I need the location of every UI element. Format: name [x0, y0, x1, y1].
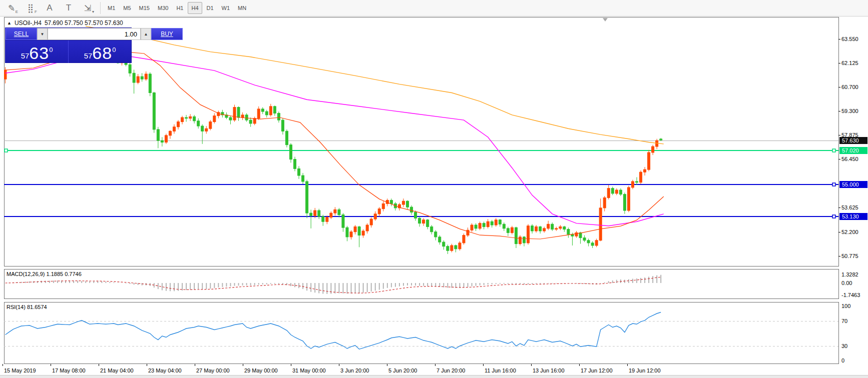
candle: [229, 118, 232, 120]
candle: [648, 152, 650, 170]
sell-price-small: 57: [21, 52, 30, 60]
candle: [414, 212, 417, 218]
candle: [543, 228, 546, 231]
chart-header: ▲ USOil-,H4 57.690 57.750 57.570 57.630: [7, 20, 123, 26]
collapse-panel-icon[interactable]: ▲: [7, 20, 12, 26]
price-badge[interactable]: 53.130: [839, 213, 867, 220]
candle: [257, 109, 260, 118]
price-tick-label: 62.125: [841, 60, 858, 66]
sell-price-big: 63: [29, 46, 49, 61]
candle: [322, 216, 324, 222]
candle: [161, 140, 163, 142]
buy-button[interactable]: BUY: [151, 28, 183, 40]
candle: [281, 120, 284, 131]
hline-handle[interactable]: [832, 183, 835, 186]
candle: [314, 210, 316, 216]
candle: [177, 122, 180, 127]
price-badge[interactable]: 57.020: [839, 147, 867, 154]
candle: [241, 115, 244, 118]
trading-terminal-window: ✎E⣿FAT⇲▾ M1M5M15M30H1H4D1W1MN ▲ USOil-,H…: [0, 0, 868, 378]
sell-price-sup: 0: [49, 46, 53, 53]
trade-panel: SELL ▼ ▲ BUY 57 63 0 57 68 0: [5, 28, 132, 63]
candle: [149, 74, 151, 93]
time-tick-label: 23 May 04:00: [148, 368, 182, 374]
price-tick-label: 63.550: [841, 36, 858, 42]
candle: [378, 209, 380, 214]
candle: [422, 220, 425, 224]
buy-price-display[interactable]: 57 68 0: [69, 40, 131, 63]
candle: [640, 172, 642, 182]
candle: [591, 243, 594, 246]
candle: [253, 118, 256, 124]
hline-handle[interactable]: [832, 215, 835, 218]
candle: [358, 226, 360, 235]
macd-layer: [6, 275, 661, 294]
rsi-label: RSI(14) 81.6574: [7, 304, 47, 310]
buy-price-big: 68: [92, 46, 112, 61]
hline-handle[interactable]: [832, 149, 835, 152]
candle: [334, 210, 336, 213]
candle: [515, 228, 517, 244]
price-tick-label: 60.700: [841, 84, 858, 90]
candle: [362, 231, 364, 236]
candle: [627, 188, 630, 210]
candle: [559, 226, 562, 228]
candle: [475, 225, 477, 228]
candle: [338, 210, 340, 214]
candle: [261, 109, 264, 112]
volume-input[interactable]: [48, 28, 141, 40]
volume-increase-button[interactable]: ▲: [141, 28, 151, 40]
candle: [583, 238, 586, 240]
macd-tick-label: 1.3282: [841, 272, 858, 278]
candle: [346, 228, 348, 237]
candle: [406, 201, 409, 207]
candle: [531, 226, 534, 231]
candle: [575, 232, 578, 236]
hline-handle[interactable]: [5, 149, 8, 152]
candle: [390, 200, 392, 204]
price-tick-label: 59.300: [841, 108, 858, 114]
candle: [298, 168, 300, 176]
time-tick-label: 29 May 00:00: [244, 368, 278, 374]
candle: [370, 219, 372, 225]
sell-price-display[interactable]: 57 63 0: [6, 40, 69, 63]
time-tick-label: 3 Jun 20:00: [340, 368, 369, 374]
time-tick-label: 17 May 08:00: [52, 368, 86, 374]
candle: [165, 136, 167, 142]
candle: [607, 188, 610, 198]
candle: [310, 213, 312, 216]
candle: [619, 190, 622, 194]
candle: [265, 112, 268, 115]
volume-decrease-button[interactable]: ▼: [37, 28, 48, 40]
macd-signal-line: [6, 277, 661, 293]
candle: [611, 188, 614, 194]
candle: [443, 242, 445, 246]
price-tick-label: 56.450: [841, 156, 858, 162]
candle: [483, 224, 485, 227]
price-badge[interactable]: 55.000: [839, 181, 867, 188]
candle: [205, 128, 208, 131]
macd-tick-label: -1.7463: [841, 292, 860, 298]
candle: [157, 130, 159, 140]
sell-button[interactable]: SELL: [6, 28, 37, 40]
candle: [435, 232, 437, 237]
rsi-tick-label: 70: [841, 318, 847, 324]
candle: [447, 246, 449, 251]
candle: [249, 120, 252, 124]
candle: [527, 226, 530, 243]
macd-tick-label: 0.00: [841, 280, 852, 286]
candle: [326, 218, 328, 222]
time-tick-label: 5 Jun 20:00: [388, 368, 417, 374]
price-tick-label: 52.200: [841, 229, 858, 235]
candle: [233, 108, 236, 120]
price-badge[interactable]: 57.630: [839, 137, 867, 144]
candle: [430, 226, 433, 232]
time-tick-label: 27 May 00:00: [196, 368, 230, 374]
candle: [133, 73, 135, 82]
rsi-tick-label: 30: [841, 343, 847, 349]
candle: [201, 126, 204, 131]
candle: [193, 116, 196, 121]
candle: [197, 121, 200, 126]
price-tick-label: 53.625: [841, 204, 858, 210]
chart-shift-marker-icon[interactable]: [603, 18, 608, 22]
